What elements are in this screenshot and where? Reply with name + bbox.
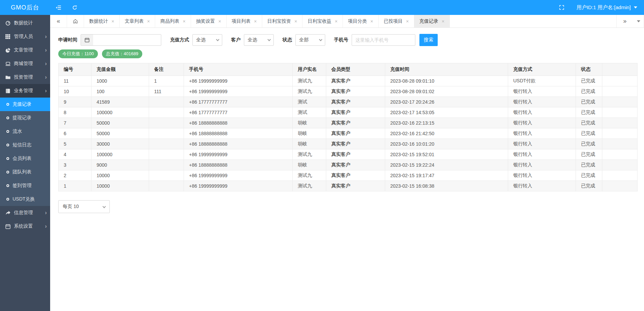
book-icon — [5, 88, 11, 94]
table-row: 10100111+86 19999999999测试九真实客户2023-08-28… — [59, 86, 638, 97]
circle-icon — [6, 103, 9, 106]
tab-lottery-settings[interactable]: 抽奖设置× — [191, 15, 227, 27]
chevron-down-icon — [216, 38, 220, 41]
cell-method: 银行转入 — [508, 97, 576, 107]
user-menu[interactable]: 用户ID:1 用户名:[admin] — [570, 4, 644, 11]
status-select[interactable]: 全部 — [295, 34, 325, 46]
phone-input[interactable] — [352, 34, 415, 46]
tab-label: 项目分类 — [348, 18, 367, 24]
close-icon[interactable]: × — [147, 19, 150, 24]
column-header-realname: 用户实名 — [293, 63, 326, 76]
close-icon[interactable]: × — [335, 19, 337, 24]
tab-rilibao-profit[interactable]: 日利宝收益× — [303, 15, 343, 27]
cell-realname: 胡岐 — [293, 128, 326, 139]
sidebar-item-member-list[interactable]: 会员列表 — [0, 152, 50, 165]
close-icon[interactable]: × — [111, 19, 114, 24]
caret-down-icon — [634, 6, 637, 8]
sidebar-item-label: USDT兑换 — [13, 196, 35, 202]
cell-id: 2 — [59, 170, 91, 181]
sidebar-item-flow[interactable]: 流水 — [0, 125, 50, 138]
cell-member-type: 真实客户 — [326, 149, 385, 160]
tab-article-list[interactable]: 文章列表× — [120, 15, 155, 27]
sidebar-item-label: 信息管理 — [14, 210, 33, 216]
search-button[interactable]: 搜索 — [419, 34, 438, 46]
chevron-right-icon: › — [45, 210, 47, 215]
cell-phone: +86 18888888888 — [184, 139, 293, 149]
phone-filter-label: 手机号 — [334, 37, 348, 43]
status-value: 全部 — [299, 37, 309, 43]
close-icon[interactable]: × — [183, 19, 185, 24]
tab-menu-button[interactable] — [633, 15, 644, 27]
recharge-records-table: 编号充值金额备注手机号用户实名会员类型充值时间充值方式状态 1110001+86… — [58, 63, 638, 191]
cell-phone: +86 19999999999 — [184, 149, 293, 160]
tab-project-list[interactable]: 项目列表× — [227, 15, 262, 27]
chevron-down-icon — [319, 38, 323, 41]
sidebar-item-recharge-records[interactable]: 充值记录 — [0, 98, 50, 111]
date-range-picker[interactable] — [81, 34, 161, 46]
cell-extra — [602, 170, 638, 181]
cell-status: 已完成 — [576, 86, 602, 97]
cell-id: 9 — [59, 97, 91, 107]
scroll-tabs-right-button[interactable]: » — [616, 15, 633, 27]
sidebar-item-info-mgmt[interactable]: 信息管理› — [0, 206, 50, 220]
table-header-row: 编号充值金额备注手机号用户实名会员类型充值时间充值方式状态 — [59, 63, 638, 76]
sidebar-item-label: 商城管理 — [14, 61, 33, 67]
close-icon[interactable]: × — [370, 19, 373, 24]
calendar-icon — [5, 224, 11, 229]
fullscreen-button[interactable] — [554, 0, 570, 15]
close-icon[interactable]: × — [219, 19, 221, 24]
cell-extra — [602, 107, 638, 118]
scroll-tabs-left-button[interactable]: « — [50, 15, 67, 27]
sidebar-item-admins[interactable]: 管理人员› — [0, 30, 50, 43]
tab-rilibao-invest[interactable]: 日利宝投资× — [262, 15, 303, 27]
cell-method: 银行转入 — [508, 86, 576, 97]
column-header-phone: 手机号 — [184, 63, 293, 76]
home-tab[interactable] — [67, 15, 84, 27]
cell-method: 银行转入 — [508, 128, 576, 139]
tab-label: 日利宝收益 — [308, 18, 331, 24]
refresh-icon — [72, 5, 77, 10]
sidebar-item-team-list[interactable]: 团队列表 — [0, 165, 50, 179]
per-page-select[interactable]: 每页 10 — [58, 200, 110, 213]
sidebar-item-mall-mgmt[interactable]: 商城管理› — [0, 57, 50, 70]
cell-note — [149, 139, 184, 149]
sidebar-item-label: 系统设置 — [14, 223, 33, 229]
refresh-button[interactable] — [66, 0, 83, 15]
sidebar-item-withdraw-records[interactable]: 提现记录 — [0, 111, 50, 125]
sidebar-item-checkin-mgmt[interactable]: 签到管理 — [0, 179, 50, 192]
tab-recharge-records[interactable]: 充值记录× — [414, 15, 450, 27]
cell-note — [149, 181, 184, 191]
close-icon[interactable]: × — [254, 19, 257, 24]
summary-badges: 今日充值：1100 总充值：401689 — [58, 49, 636, 58]
sidebar-item-usdt-exchange[interactable]: USDT兑换 — [0, 192, 50, 206]
date-filter-label: 申请时间 — [58, 37, 77, 43]
sidebar-item-system-settings[interactable]: 系统设置› — [0, 220, 50, 233]
tab-goods-list[interactable]: 商品列表× — [155, 15, 191, 27]
tab-invested-projects[interactable]: 已投项目× — [379, 15, 414, 27]
customer-select[interactable]: 全选 — [244, 34, 274, 46]
laptop-icon — [5, 61, 11, 66]
table-row: 4100000+86 19999999999测试九真实客户2023-02-15 … — [59, 149, 638, 160]
tab-project-category[interactable]: 项目分类× — [343, 15, 378, 27]
column-header-extra — [602, 63, 638, 76]
sidebar-item-business-mgmt[interactable]: 业务管理› — [0, 84, 50, 98]
cell-id: 7 — [59, 118, 91, 128]
cell-realname: 测试九 — [293, 149, 326, 160]
double-chevron-right-icon: » — [623, 18, 626, 25]
recharge-method-select[interactable]: 全选 — [192, 34, 222, 46]
cell-time: 2023-08-28 09:01:02 — [385, 86, 508, 97]
cell-note — [149, 118, 184, 128]
menu-toggle-button[interactable] — [50, 0, 66, 15]
close-icon[interactable]: × — [294, 19, 297, 24]
close-icon[interactable]: × — [406, 19, 409, 24]
date-input[interactable] — [93, 35, 161, 45]
sidebar-item-article-mgmt[interactable]: 文章管理› — [0, 43, 50, 57]
sidebar-item-invest-mgmt[interactable]: 投资管理› — [0, 70, 50, 84]
cell-time: 2023-02-15 16:08:38 — [385, 181, 508, 191]
cell-amount: 1000 — [91, 76, 149, 86]
tab-data-stats[interactable]: 数据统计× — [84, 15, 120, 27]
sidebar-item-data-stats[interactable]: 数据统计 — [0, 16, 50, 30]
close-icon[interactable]: × — [442, 19, 444, 24]
sidebar-item-sms-log[interactable]: 短信日志 — [0, 138, 50, 152]
cell-amount: 10000 — [91, 170, 149, 181]
